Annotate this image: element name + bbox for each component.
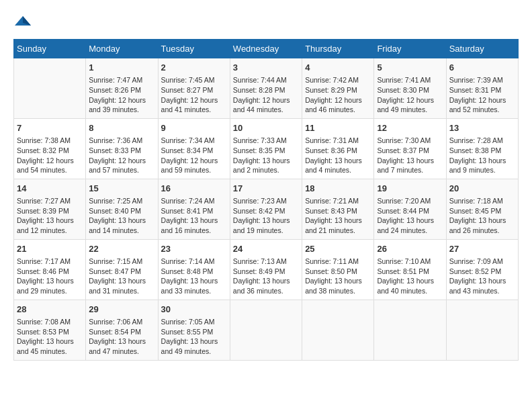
header-col-monday: Monday bbox=[86, 40, 158, 58]
day-number: 14 bbox=[17, 183, 83, 195]
cell-info: Sunrise: 7:17 AMSunset: 8:46 PMDaylight:… bbox=[17, 257, 83, 296]
calendar-cell: 20Sunrise: 7:18 AMSunset: 8:45 PMDayligh… bbox=[446, 179, 518, 239]
cell-info: Sunrise: 7:30 AMSunset: 8:37 PMDaylight:… bbox=[377, 136, 443, 175]
day-number: 30 bbox=[161, 304, 227, 316]
calendar-cell: 7Sunrise: 7:38 AMSunset: 8:32 PMDaylight… bbox=[14, 118, 86, 179]
day-number: 22 bbox=[89, 243, 154, 255]
calendar-cell: 9Sunrise: 7:34 AMSunset: 8:34 PMDaylight… bbox=[158, 118, 230, 179]
cell-info: Sunrise: 7:27 AMSunset: 8:39 PMDaylight:… bbox=[17, 196, 83, 236]
calendar-cell: 10Sunrise: 7:33 AMSunset: 8:35 PMDayligh… bbox=[230, 118, 302, 179]
calendar-cell: 17Sunrise: 7:23 AMSunset: 8:42 PMDayligh… bbox=[230, 179, 302, 239]
day-number: 29 bbox=[89, 304, 154, 316]
calendar-cell: 5Sunrise: 7:41 AMSunset: 8:30 PMDaylight… bbox=[374, 58, 446, 119]
day-number: 26 bbox=[377, 243, 443, 255]
day-number: 4 bbox=[305, 62, 371, 74]
calendar-cell: 21Sunrise: 7:17 AMSunset: 8:46 PMDayligh… bbox=[14, 239, 86, 300]
day-number: 6 bbox=[449, 62, 515, 74]
cell-info: Sunrise: 7:47 AMSunset: 8:26 PMDaylight:… bbox=[89, 75, 154, 115]
day-number: 28 bbox=[17, 304, 83, 316]
cell-info: Sunrise: 7:14 AMSunset: 8:48 PMDaylight:… bbox=[161, 257, 227, 296]
calendar-cell: 15Sunrise: 7:25 AMSunset: 8:40 PMDayligh… bbox=[86, 179, 158, 239]
calendar-cell: 29Sunrise: 7:06 AMSunset: 8:54 PMDayligh… bbox=[86, 300, 158, 360]
logo bbox=[13, 13, 35, 32]
week-row-1: 1Sunrise: 7:47 AMSunset: 8:26 PMDaylight… bbox=[14, 58, 519, 119]
calendar-cell: 11Sunrise: 7:31 AMSunset: 8:36 PMDayligh… bbox=[302, 118, 374, 179]
cell-info: Sunrise: 7:39 AMSunset: 8:31 PMDaylight:… bbox=[449, 75, 515, 115]
cell-info: Sunrise: 7:18 AMSunset: 8:45 PMDaylight:… bbox=[449, 196, 515, 236]
cell-info: Sunrise: 7:28 AMSunset: 8:38 PMDaylight:… bbox=[449, 136, 515, 175]
calendar-body: 1Sunrise: 7:47 AMSunset: 8:26 PMDaylight… bbox=[14, 58, 519, 361]
calendar-cell bbox=[230, 300, 302, 360]
day-number: 12 bbox=[377, 122, 443, 134]
cell-info: Sunrise: 7:38 AMSunset: 8:32 PMDaylight:… bbox=[17, 136, 83, 175]
calendar-cell: 18Sunrise: 7:21 AMSunset: 8:43 PMDayligh… bbox=[302, 179, 374, 239]
header-col-sunday: Sunday bbox=[14, 40, 86, 58]
day-number: 16 bbox=[161, 183, 227, 195]
calendar-cell: 1Sunrise: 7:47 AMSunset: 8:26 PMDaylight… bbox=[86, 58, 158, 119]
calendar-cell: 13Sunrise: 7:28 AMSunset: 8:38 PMDayligh… bbox=[446, 118, 518, 179]
day-number: 27 bbox=[449, 243, 515, 255]
cell-info: Sunrise: 7:31 AMSunset: 8:36 PMDaylight:… bbox=[305, 136, 371, 175]
calendar-cell: 27Sunrise: 7:09 AMSunset: 8:52 PMDayligh… bbox=[446, 239, 518, 300]
cell-info: Sunrise: 7:34 AMSunset: 8:34 PMDaylight:… bbox=[161, 136, 227, 175]
cell-info: Sunrise: 7:13 AMSunset: 8:49 PMDaylight:… bbox=[233, 257, 299, 296]
calendar-header: SundayMondayTuesdayWednesdayThursdayFrid… bbox=[14, 40, 519, 58]
day-number: 21 bbox=[17, 243, 83, 255]
calendar-cell: 8Sunrise: 7:36 AMSunset: 8:33 PMDaylight… bbox=[86, 118, 158, 179]
header-col-wednesday: Wednesday bbox=[230, 40, 302, 58]
calendar-cell bbox=[14, 58, 86, 119]
cell-info: Sunrise: 7:11 AMSunset: 8:50 PMDaylight:… bbox=[305, 257, 371, 296]
week-row-4: 21Sunrise: 7:17 AMSunset: 8:46 PMDayligh… bbox=[14, 239, 519, 300]
day-number: 25 bbox=[305, 243, 371, 255]
calendar-cell: 12Sunrise: 7:30 AMSunset: 8:37 PMDayligh… bbox=[374, 118, 446, 179]
header-col-friday: Friday bbox=[374, 40, 446, 58]
cell-info: Sunrise: 7:23 AMSunset: 8:42 PMDaylight:… bbox=[233, 196, 299, 236]
day-number: 24 bbox=[233, 243, 299, 255]
calendar-cell: 2Sunrise: 7:45 AMSunset: 8:27 PMDaylight… bbox=[158, 58, 230, 119]
day-number: 8 bbox=[89, 122, 154, 134]
cell-info: Sunrise: 7:36 AMSunset: 8:33 PMDaylight:… bbox=[89, 136, 154, 175]
calendar-cell: 26Sunrise: 7:10 AMSunset: 8:51 PMDayligh… bbox=[374, 239, 446, 300]
day-number: 19 bbox=[377, 183, 443, 195]
week-row-3: 14Sunrise: 7:27 AMSunset: 8:39 PMDayligh… bbox=[14, 179, 519, 239]
day-number: 23 bbox=[161, 243, 227, 255]
cell-info: Sunrise: 7:06 AMSunset: 8:54 PMDaylight:… bbox=[89, 317, 154, 357]
logo-icon bbox=[13, 13, 32, 32]
week-row-2: 7Sunrise: 7:38 AMSunset: 8:32 PMDaylight… bbox=[14, 118, 519, 179]
cell-info: Sunrise: 7:05 AMSunset: 8:55 PMDaylight:… bbox=[161, 317, 227, 357]
header-col-tuesday: Tuesday bbox=[158, 40, 230, 58]
calendar-cell: 30Sunrise: 7:05 AMSunset: 8:55 PMDayligh… bbox=[158, 300, 230, 360]
header-row: SundayMondayTuesdayWednesdayThursdayFrid… bbox=[14, 40, 519, 58]
cell-info: Sunrise: 7:24 AMSunset: 8:41 PMDaylight:… bbox=[161, 196, 227, 236]
cell-info: Sunrise: 7:25 AMSunset: 8:40 PMDaylight:… bbox=[89, 196, 154, 236]
day-number: 15 bbox=[89, 183, 154, 195]
cell-info: Sunrise: 7:41 AMSunset: 8:30 PMDaylight:… bbox=[377, 75, 443, 115]
cell-info: Sunrise: 7:08 AMSunset: 8:53 PMDaylight:… bbox=[17, 317, 83, 357]
calendar-cell: 25Sunrise: 7:11 AMSunset: 8:50 PMDayligh… bbox=[302, 239, 374, 300]
day-number: 20 bbox=[449, 183, 515, 195]
cell-info: Sunrise: 7:20 AMSunset: 8:44 PMDaylight:… bbox=[377, 196, 443, 236]
calendar-cell: 24Sunrise: 7:13 AMSunset: 8:49 PMDayligh… bbox=[230, 239, 302, 300]
day-number: 10 bbox=[233, 122, 299, 134]
day-number: 2 bbox=[161, 62, 227, 74]
cell-info: Sunrise: 7:21 AMSunset: 8:43 PMDaylight:… bbox=[305, 196, 371, 236]
cell-info: Sunrise: 7:10 AMSunset: 8:51 PMDaylight:… bbox=[377, 257, 443, 296]
calendar-cell: 6Sunrise: 7:39 AMSunset: 8:31 PMDaylight… bbox=[446, 58, 518, 119]
page-header bbox=[13, 13, 519, 32]
day-number: 3 bbox=[233, 62, 299, 74]
calendar-cell: 14Sunrise: 7:27 AMSunset: 8:39 PMDayligh… bbox=[14, 179, 86, 239]
calendar-cell: 19Sunrise: 7:20 AMSunset: 8:44 PMDayligh… bbox=[374, 179, 446, 239]
day-number: 18 bbox=[305, 183, 371, 195]
cell-info: Sunrise: 7:45 AMSunset: 8:27 PMDaylight:… bbox=[161, 75, 227, 115]
header-col-saturday: Saturday bbox=[446, 40, 518, 58]
cell-info: Sunrise: 7:33 AMSunset: 8:35 PMDaylight:… bbox=[233, 136, 299, 175]
week-row-5: 28Sunrise: 7:08 AMSunset: 8:53 PMDayligh… bbox=[14, 300, 519, 360]
cell-info: Sunrise: 7:44 AMSunset: 8:28 PMDaylight:… bbox=[233, 75, 299, 115]
calendar-cell: 16Sunrise: 7:24 AMSunset: 8:41 PMDayligh… bbox=[158, 179, 230, 239]
calendar-cell bbox=[446, 300, 518, 360]
calendar-cell: 28Sunrise: 7:08 AMSunset: 8:53 PMDayligh… bbox=[14, 300, 86, 360]
header-col-thursday: Thursday bbox=[302, 40, 374, 58]
day-number: 13 bbox=[449, 122, 515, 134]
calendar-cell bbox=[302, 300, 374, 360]
day-number: 1 bbox=[89, 62, 154, 74]
